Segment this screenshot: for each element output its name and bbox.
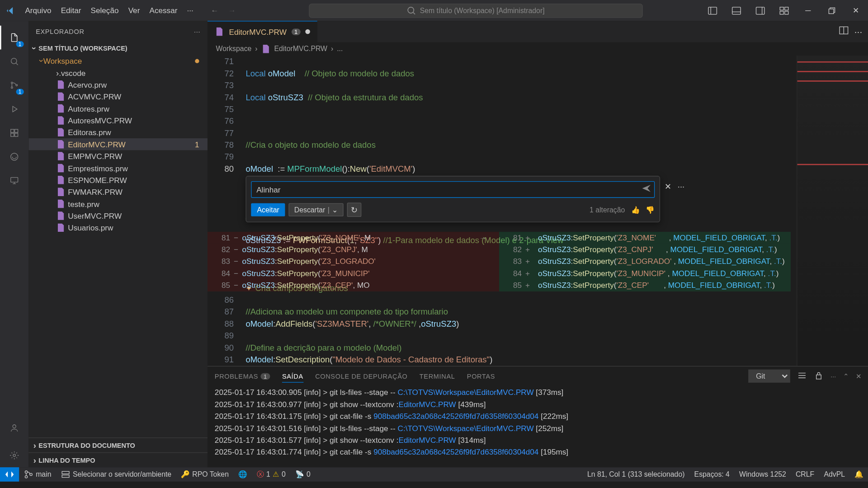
panel-tab-terminal[interactable]: TERMINAL (420, 370, 455, 382)
activity-search[interactable] (0, 49, 28, 73)
send-icon[interactable] (642, 183, 651, 195)
svg-rect-5 (785, 7, 788, 10)
breadcrumbs[interactable]: Workspace› EditorMVC.PRW› ... (208, 42, 868, 56)
tree-item[interactable]: Autores.prw (28, 103, 208, 114)
svg-rect-14 (15, 129, 18, 132)
file-icon (56, 127, 66, 137)
tree-item[interactable]: AutoresMVC.PRW (28, 114, 208, 126)
tree-item[interactable]: Acervo.prw (28, 79, 208, 90)
status-language-indicator[interactable]: 🌐 (234, 467, 252, 482)
status-lang[interactable]: AdvPL (819, 467, 850, 482)
tree-item[interactable]: FWMARK.PRW (28, 186, 208, 198)
status-ports[interactable]: 📡 0 (290, 467, 315, 482)
svg-rect-1 (708, 7, 717, 14)
file-icon (56, 199, 66, 209)
bottom-panel: PROBLEMAS1 SAÍDA CONSOLE DE DEPURAÇÃO TE… (208, 366, 868, 467)
status-cursor[interactable]: Ln 81, Col 1 (313 selecionado) (582, 467, 689, 482)
lock-scroll-icon[interactable] (814, 371, 823, 381)
tree-item[interactable]: .vscode (28, 67, 208, 79)
tab-editormvc[interactable]: EditorMVC.PRW 1 (208, 21, 318, 42)
menu-editar[interactable]: Editar (57, 4, 85, 17)
status-branch[interactable]: main (19, 467, 56, 482)
activity-explorer[interactable]: 1 (0, 26, 28, 50)
menu-more[interactable]: ··· (183, 4, 198, 17)
layout-left-icon[interactable] (703, 3, 723, 18)
inline-chat-input[interactable] (251, 181, 655, 198)
close-icon[interactable]: ✕ (665, 182, 672, 191)
tree-item[interactable]: Emprestimos.prw (28, 162, 208, 174)
panel-more-icon[interactable]: ··· (830, 372, 836, 380)
window-close-icon[interactable]: ✕ (845, 3, 866, 18)
status-encoding[interactable]: Windows 1252 (734, 467, 791, 482)
tree-item[interactable]: EMPMVC.PRW (28, 150, 208, 162)
status-problems[interactable]: ⓧ1 ⚠0 (252, 467, 290, 482)
tab-more-icon[interactable]: ··· (854, 26, 863, 37)
panel-close-icon[interactable]: ✕ (856, 372, 861, 380)
status-spaces[interactable]: Espaços: 4 (689, 467, 734, 482)
chat-more-icon[interactable]: ··· (678, 182, 684, 191)
titlebar: Arquivo Editar Seleção Ver Acessar ··· ←… (0, 0, 868, 21)
activity-settings[interactable] (0, 443, 28, 467)
rerun-icon[interactable]: ↻ (347, 202, 361, 217)
layout-customize-icon[interactable] (774, 3, 794, 18)
thumbs-up-icon[interactable]: 👍 (631, 206, 640, 214)
explorer-more-icon[interactable]: ··· (194, 28, 200, 35)
accept-button[interactable]: Aceitar (251, 203, 285, 216)
window-minimize-icon[interactable]: ─ (798, 3, 818, 18)
menu-ver[interactable]: Ver (124, 4, 144, 17)
timeline-section[interactable]: LINHA DO TEMPO (28, 452, 208, 467)
activity-account[interactable] (0, 416, 28, 440)
activity-extensions[interactable] (0, 121, 28, 145)
tree-folder-workspace[interactable]: Workspace (28, 55, 208, 66)
file-icon (56, 140, 66, 149)
layout-right-icon[interactable] (750, 3, 770, 18)
panel-up-icon[interactable]: ⌃ (843, 372, 849, 380)
panel-tab-portas[interactable]: PORTAS (467, 370, 495, 382)
panel-tab-problemas[interactable]: PROBLEMAS1 (215, 370, 270, 382)
activity-totvs[interactable] (0, 145, 28, 169)
thumbs-down-icon[interactable]: 👎 (646, 206, 655, 214)
tree-item[interactable]: teste.prw (28, 198, 208, 210)
command-center[interactable]: Sem título (Workspace) [Administrador] (309, 3, 643, 18)
nav-forward-icon[interactable]: → (224, 4, 239, 17)
menu-bar: Arquivo Editar Seleção Ver Acessar ··· (21, 4, 198, 17)
workspace-section[interactable]: SEM TÍTULO (WORKSPACE) (28, 42, 208, 55)
activity-remote[interactable] (0, 169, 28, 192)
tree-item[interactable]: Editoras.prw (28, 127, 208, 138)
svg-point-17 (11, 153, 18, 160)
tree-item[interactable]: Usuarios.prw (28, 222, 208, 234)
svg-point-20 (13, 454, 15, 456)
menu-acessar[interactable]: Acessar (145, 4, 181, 17)
word-wrap-icon[interactable] (797, 371, 807, 381)
status-rpo[interactable]: 🔑 RPO Token (176, 467, 234, 482)
layout-bottom-icon[interactable] (726, 3, 747, 18)
tree-item[interactable]: ACVMVC.PRW (28, 90, 208, 102)
nav-back-icon[interactable]: ← (207, 4, 222, 17)
svg-point-24 (25, 476, 27, 478)
split-editor-icon[interactable] (839, 26, 848, 38)
unsaved-dot-icon (305, 29, 310, 34)
activity-scm[interactable]: 1 (0, 73, 28, 97)
svg-point-10 (11, 82, 13, 84)
minimap[interactable] (797, 56, 868, 366)
status-notifications-icon[interactable]: 🔔 (850, 467, 868, 482)
code-editor[interactable]: 717273 747576 777879 80 Local oModel // … (208, 56, 868, 366)
discard-button[interactable]: Descartar | ⌄ (289, 203, 343, 216)
tree-item[interactable]: EditorMVC.PRW1 (28, 138, 208, 150)
output-body[interactable]: 2025-01-17 16:43:00.905 [info] > git ls-… (208, 385, 868, 467)
file-tree: Workspace .vscodeAcervo.prwACVMVC.PRWAut… (28, 55, 208, 437)
window-restore-icon[interactable] (822, 3, 842, 18)
status-server[interactable]: Selecionar o servidor/ambiente (56, 467, 176, 482)
tree-item[interactable]: ESPNOME.PRW (28, 174, 208, 186)
panel-tab-saida[interactable]: SAÍDA (282, 370, 303, 382)
menu-arquivo[interactable]: Arquivo (21, 4, 56, 17)
activity-debug[interactable] (0, 97, 28, 121)
remote-indicator[interactable] (0, 467, 19, 482)
file-icon (215, 27, 224, 36)
output-channel-select[interactable]: Git (748, 370, 790, 383)
panel-tab-console[interactable]: CONSOLE DE DEPURAÇÃO (315, 370, 407, 382)
status-eol[interactable]: CRLF (791, 467, 819, 482)
outline-section[interactable]: ESTRUTURA DO DOCUMENTO (28, 437, 208, 452)
menu-selecao[interactable]: Seleção (86, 4, 123, 17)
tree-item[interactable]: UserMVC.PRW (28, 210, 208, 221)
